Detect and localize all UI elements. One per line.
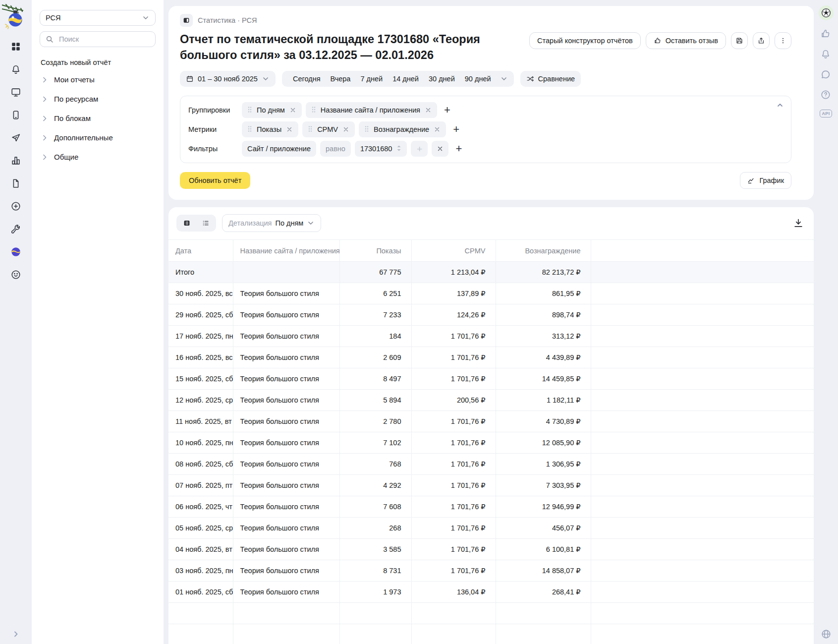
filter-value-chip[interactable]: 17301680 (355, 141, 407, 157)
sidebar-item[interactable]: По ресурсам (40, 89, 156, 109)
right-utility-rail: API (814, 0, 838, 644)
app-logo[interactable] (2, 4, 30, 33)
table-cell (591, 283, 814, 304)
table-cell (591, 411, 814, 432)
download-button[interactable] (791, 216, 806, 231)
api-badge[interactable]: API (820, 110, 832, 117)
search-input[interactable] (58, 35, 150, 44)
metric-chip[interactable]: CPMV (302, 121, 355, 137)
sidebar-item[interactable]: Мои отчеты (40, 70, 156, 89)
avatar[interactable] (819, 5, 834, 20)
add-grouping-button[interactable]: + (441, 105, 453, 116)
globe-icon[interactable] (821, 629, 832, 640)
table-cell: 3 585 (339, 539, 411, 560)
compare-button[interactable]: Сравнение (520, 71, 581, 87)
stepper-icon[interactable] (396, 145, 401, 153)
add-filter-button[interactable]: + (452, 143, 465, 154)
notifications-bell-icon[interactable] (10, 63, 22, 75)
table-cell: 08 нояб. 2025, сб (168, 454, 233, 475)
quick-range-option[interactable]: Сегодня (288, 75, 326, 83)
quick-range-option[interactable]: 14 дней (388, 75, 424, 83)
rate-thumbs-up-icon[interactable] (820, 28, 831, 39)
workspace-select[interactable]: РСЯ (40, 10, 156, 26)
expand-sidebar-icon[interactable] (12, 630, 20, 638)
metric-chip[interactable]: Вознаграждение (359, 121, 446, 137)
sidebar-item[interactable]: Общие (40, 147, 156, 167)
table-cell (591, 368, 814, 390)
remove-chip-icon[interactable] (286, 126, 293, 133)
old-report-builder-button[interactable]: Старый конструктор отчётов (529, 32, 641, 49)
send-plane-icon[interactable] (10, 132, 22, 144)
filter-operator-chip[interactable]: равно (320, 141, 351, 157)
document-icon[interactable] (10, 177, 22, 189)
drag-handle-icon[interactable] (311, 106, 316, 115)
metrics-chips: ПоказыCPMVВознаграждение+ (242, 121, 783, 137)
filters-chips: Сайт / приложение равно 17301680 + + (242, 141, 783, 157)
table-cell: 11 нояб. 2025, вт (168, 411, 233, 432)
filter-field-chip[interactable]: Сайт / приложение (242, 141, 316, 157)
table-cell: 29 нояб. 2025, сб (168, 304, 233, 326)
collapse-panel-icon[interactable] (776, 101, 784, 109)
remove-chip-icon[interactable] (342, 126, 349, 133)
table-cell: 456,07 ₽ (496, 518, 591, 539)
grouping-chip[interactable]: По дням (242, 102, 302, 118)
add-metric-button[interactable]: + (450, 124, 462, 135)
smartphone-icon[interactable] (10, 109, 22, 121)
more-menu-button[interactable] (775, 32, 791, 49)
drag-handle-icon[interactable] (247, 106, 252, 115)
table-cell: 6 100,81 ₽ (496, 539, 591, 560)
bar-chart-icon[interactable] (10, 155, 22, 167)
yandex-pie-logo-icon[interactable] (10, 246, 22, 258)
metrics-label: Метрики (188, 125, 242, 133)
table-cell: Теория большого стиля (233, 582, 339, 603)
create-report-label[interactable]: Создать новый отчёт (41, 59, 156, 66)
drag-handle-icon[interactable] (364, 125, 369, 134)
drag-handle-icon[interactable] (308, 125, 313, 134)
add-filter-value-button[interactable]: + (411, 141, 428, 157)
list-view-icon[interactable] (197, 216, 215, 230)
table-cell: 184 (339, 326, 411, 347)
chevron-right-icon (41, 76, 49, 84)
table-view-icon[interactable] (178, 216, 196, 230)
quick-range-option[interactable]: 90 дней (460, 75, 496, 83)
refresh-report-button[interactable]: Обновить отчёт (180, 172, 250, 189)
share-button[interactable] (753, 32, 770, 49)
quick-range-option[interactable]: 7 дней (355, 75, 388, 83)
search-field[interactable] (40, 31, 156, 47)
apps-grid-icon[interactable] (10, 41, 22, 53)
notifications-bell-icon[interactable] (820, 49, 831, 59)
chart-button[interactable]: График (740, 172, 791, 189)
column-header: Название сайта / приложения (233, 240, 339, 262)
remove-chip-icon[interactable] (425, 107, 432, 114)
feedback-button[interactable]: Оставить отзыв (646, 32, 726, 49)
quick-range-option[interactable]: 30 дней (424, 75, 460, 83)
detail-select[interactable]: Детализация По дням (222, 214, 321, 232)
breadcrumb[interactable]: Статистика · РСЯ (198, 16, 257, 24)
remove-chip-icon[interactable] (434, 126, 441, 133)
date-range-picker[interactable]: 01 – 30 нояб 2025 (180, 71, 276, 87)
metric-chip[interactable]: Показы (242, 121, 298, 137)
table-cell: 898,74 ₽ (496, 304, 591, 326)
groupings-chips: По днямНазвание сайта / приложения+ (242, 102, 783, 118)
remove-filter-button[interactable] (432, 141, 448, 157)
old-report-builder-label: Старый конструктор отчётов (537, 37, 633, 45)
help-question-icon[interactable] (820, 89, 831, 100)
display-icon[interactable] (10, 86, 22, 98)
add-circle-icon[interactable] (10, 200, 22, 212)
table-cell: 136,04 ₽ (411, 582, 496, 603)
sidebar-toggle-icon[interactable] (180, 14, 193, 27)
remove-chip-icon[interactable] (289, 107, 296, 114)
wrench-icon[interactable] (10, 223, 22, 235)
drag-handle-icon[interactable] (247, 125, 252, 134)
sidebar-item[interactable]: По блокам (40, 109, 156, 128)
save-button[interactable] (731, 32, 748, 49)
filter-value: 17301680 (360, 145, 392, 153)
chevron-down-icon[interactable] (500, 75, 508, 83)
chat-bubble-icon[interactable] (820, 69, 831, 80)
chevron-right-icon (41, 95, 49, 103)
table-cell: 17 нояб. 2025, пн (168, 326, 233, 347)
sidebar-item[interactable]: Дополнительные (40, 128, 156, 147)
grouping-chip[interactable]: Название сайта / приложения (306, 102, 437, 118)
quick-range-option[interactable]: Вчера (326, 75, 356, 83)
smiley-icon[interactable] (10, 269, 22, 281)
